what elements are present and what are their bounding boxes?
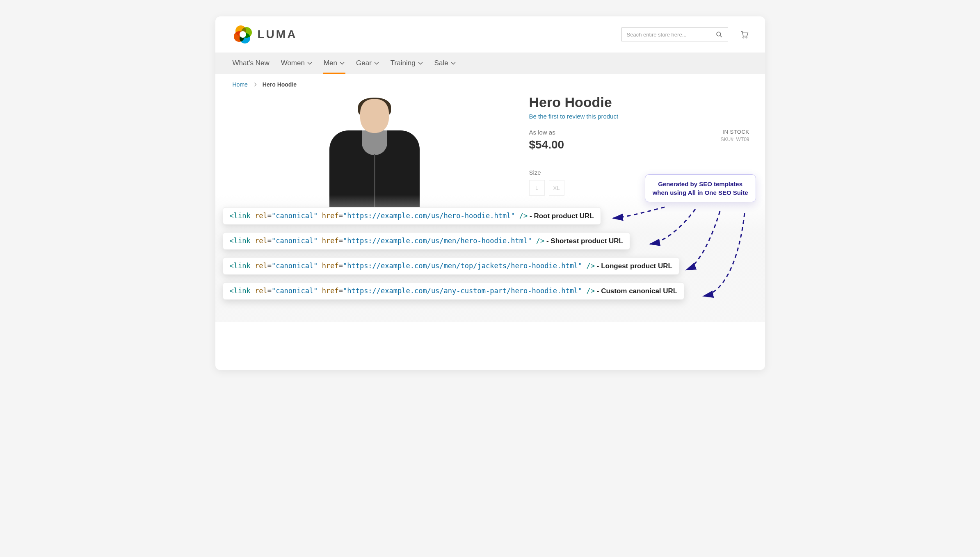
- code-example-1: <link rel="canonical" href="https://exam…: [223, 232, 630, 250]
- logo-icon: [234, 25, 252, 43]
- logo-text: LUMA: [258, 28, 297, 41]
- nav-item-label: Men: [324, 59, 337, 67]
- chevron-down-icon: [307, 61, 312, 66]
- cart-icon[interactable]: [740, 30, 749, 39]
- chevron-down-icon: [451, 61, 456, 66]
- breadcrumb: Home Hero Hoodie: [215, 74, 765, 88]
- code-example-2: <link rel="canonical" href="https://exam…: [223, 257, 679, 275]
- breadcrumb-current: Hero Hoodie: [263, 81, 297, 88]
- nav-item-sale[interactable]: Sale: [434, 53, 456, 74]
- nav-item-label: Sale: [434, 59, 448, 67]
- logo[interactable]: LUMA: [234, 25, 297, 43]
- chevron-down-icon: [418, 61, 423, 66]
- nav-item-label: Gear: [356, 59, 372, 67]
- svg-point-0: [717, 32, 721, 36]
- product-price: $54.00: [529, 138, 564, 151]
- code-example-list: <link rel="canonical" href="https://exam…: [223, 207, 758, 300]
- svg-point-2: [742, 37, 744, 38]
- annotation-callout: Generated by SEO templates when using Al…: [645, 174, 756, 202]
- product-title: Hero Hoodie: [529, 94, 749, 110]
- header-bar: LUMA: [215, 16, 765, 53]
- search-input[interactable]: [627, 32, 715, 38]
- review-link[interactable]: Be the first to review this product: [529, 113, 619, 120]
- nav-item-gear[interactable]: Gear: [356, 53, 379, 74]
- chevron-right-icon: [254, 82, 257, 87]
- stock-status: IN STOCK: [720, 129, 749, 135]
- code-example-3: <link rel="canonical" href="https://exam…: [223, 282, 685, 300]
- nav-item-training[interactable]: Training: [391, 53, 423, 74]
- search-box[interactable]: [621, 27, 728, 41]
- svg-line-1: [720, 35, 722, 37]
- price-row: As low as $54.00 IN STOCK SKU#: WT09: [529, 129, 749, 151]
- chevron-down-icon: [374, 61, 379, 66]
- nav-item-what-s-new[interactable]: What's New: [233, 53, 270, 74]
- page-container: LUMA What's NewWomenMenGearTrainingSale …: [215, 16, 765, 370]
- nav-item-label: Women: [281, 59, 305, 67]
- code-example-0: <link rel="canonical" href="https://exam…: [223, 207, 601, 225]
- size-swatch-xl[interactable]: XL: [549, 180, 564, 196]
- chevron-down-icon: [340, 61, 345, 66]
- nav-item-label: Training: [391, 59, 416, 67]
- breadcrumb-home[interactable]: Home: [233, 81, 248, 88]
- nav-item-women[interactable]: Women: [281, 53, 312, 74]
- sku: SKU#: WT09: [720, 137, 749, 142]
- svg-point-3: [746, 37, 747, 38]
- nav-item-label: What's New: [233, 59, 270, 67]
- nav-bar: What's NewWomenMenGearTrainingSale: [215, 53, 765, 74]
- search-icon[interactable]: [715, 31, 723, 38]
- size-swatch-l[interactable]: L: [529, 180, 545, 196]
- nav-item-men[interactable]: Men: [324, 53, 345, 74]
- as-low-as-label: As low as: [529, 129, 564, 136]
- header-right: [621, 27, 749, 41]
